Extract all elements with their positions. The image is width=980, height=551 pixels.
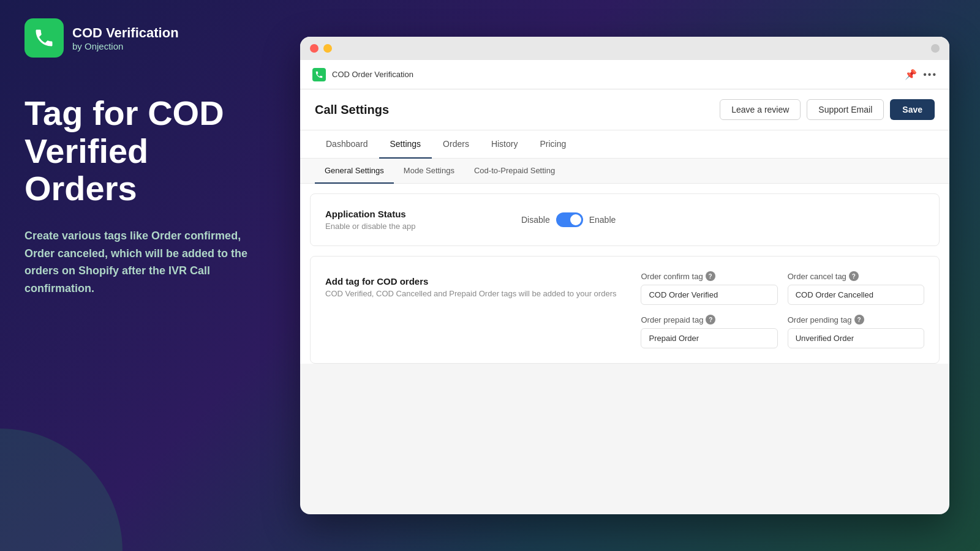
- order-confirm-help-icon[interactable]: ?: [706, 271, 715, 281]
- sub-tab-general-settings[interactable]: General Settings: [315, 159, 394, 184]
- order-confirm-tag-field: Order confirm tag ?: [641, 271, 777, 305]
- order-cancel-label-text: Order cancel tag: [788, 272, 846, 281]
- tag-grid: Order confirm tag ? Order cancel tag ?: [641, 271, 924, 348]
- header-bar: Call Settings Leave a review Support Ema…: [300, 89, 949, 130]
- leave-review-button[interactable]: Leave a review: [720, 99, 801, 120]
- order-prepaid-label: Order prepaid tag ?: [641, 315, 777, 324]
- phone-icon: [33, 27, 55, 49]
- order-prepaid-tag-field: Order prepaid tag ?: [641, 315, 777, 348]
- save-button[interactable]: Save: [890, 99, 935, 120]
- order-confirm-input[interactable]: [641, 285, 777, 305]
- window-chrome: [300, 37, 949, 60]
- tab-dashboard[interactable]: Dashboard: [315, 130, 379, 159]
- tab-pricing[interactable]: Pricing: [529, 130, 577, 159]
- order-pending-tag-field: Order pending tag ?: [788, 315, 924, 348]
- hero-title: Tag for COD Verified Orders: [24, 94, 270, 208]
- tag-section-title: Add tag for COD orders: [325, 276, 616, 287]
- toggle-thumb: [570, 214, 581, 225]
- sub-tab-mode-settings[interactable]: Mode Settings: [394, 159, 464, 184]
- toggle-track: [556, 212, 583, 227]
- tab-label: COD Order Verification: [332, 70, 902, 79]
- tab-phone-icon: [315, 70, 323, 79]
- disable-label: Disable: [521, 215, 550, 225]
- maximize-dot[interactable]: [931, 44, 940, 53]
- order-confirm-label-text: Order confirm tag: [641, 272, 703, 281]
- app-status-toggle[interactable]: [556, 212, 583, 227]
- sub-tab-cod-prepaid[interactable]: Cod-to-Prepaid Setting: [464, 159, 565, 184]
- header-buttons: Leave a review Support Email Save: [720, 99, 935, 120]
- status-title: Application Status: [325, 209, 497, 219]
- order-cancel-label: Order cancel tag ?: [788, 271, 924, 281]
- tag-section-left: Add tag for COD orders COD Verified, COD…: [325, 271, 616, 298]
- pin-icon[interactable]: 📌: [905, 69, 917, 80]
- order-pending-label: Order pending tag ?: [788, 315, 924, 324]
- app-title-block: COD Verification by Onjection: [72, 25, 179, 51]
- status-row: Application Status Enable or disable the…: [325, 209, 924, 231]
- order-prepaid-label-text: Order prepaid tag: [641, 315, 703, 324]
- app-subtitle: by Onjection: [72, 41, 179, 51]
- app-window: COD Order Verification 📌 ••• Call Settin…: [300, 37, 949, 514]
- order-pending-label-text: Order pending tag: [788, 315, 852, 324]
- order-cancel-input[interactable]: [788, 285, 924, 305]
- app-content: Call Settings Leave a review Support Ema…: [300, 89, 949, 364]
- browser-tab-bar: COD Order Verification 📌 •••: [300, 60, 949, 89]
- tab-orders[interactable]: Orders: [432, 130, 480, 159]
- support-email-button[interactable]: Support Email: [807, 99, 884, 120]
- tab-settings[interactable]: Settings: [379, 130, 432, 159]
- app-header: COD Verification by Onjection: [24, 18, 270, 58]
- app-title: COD Verification: [72, 25, 179, 41]
- tab-history[interactable]: History: [480, 130, 529, 159]
- status-desc: Enable or disable the app: [325, 222, 497, 231]
- sub-tabs: General Settings Mode Settings Cod-to-Pr…: [300, 159, 949, 184]
- order-cancel-tag-field: Order cancel tag ?: [788, 271, 924, 305]
- curve-decoration: [0, 429, 123, 551]
- tab-actions: 📌 •••: [905, 69, 937, 80]
- order-confirm-label: Order confirm tag ?: [641, 271, 777, 281]
- left-panel: COD Verification by Onjection Tag for CO…: [0, 0, 294, 551]
- order-cancel-help-icon[interactable]: ?: [849, 271, 859, 281]
- tab-favicon: [312, 68, 326, 81]
- order-pending-help-icon[interactable]: ?: [854, 315, 864, 324]
- hero-description: Create various tags like Order confirmed…: [24, 227, 270, 298]
- tag-section-inner: Add tag for COD orders COD Verified, COD…: [325, 271, 924, 348]
- page-title: Call Settings: [315, 103, 389, 117]
- close-dot[interactable]: [310, 44, 318, 53]
- order-pending-input[interactable]: [788, 328, 924, 348]
- application-status-section: Application Status Enable or disable the…: [310, 193, 940, 246]
- status-right: Disable Enable: [521, 212, 616, 227]
- order-prepaid-help-icon[interactable]: ?: [706, 315, 715, 324]
- toggle-container: Disable Enable: [521, 212, 616, 227]
- minimize-dot[interactable]: [323, 44, 332, 53]
- status-left: Application Status Enable or disable the…: [325, 209, 497, 231]
- app-icon: [24, 18, 64, 58]
- enable-label: Enable: [589, 215, 616, 225]
- more-options-icon[interactable]: •••: [923, 69, 937, 80]
- tag-section-desc: COD Verified, COD Cancelled and Prepaid …: [325, 289, 616, 298]
- window-dots: [310, 44, 332, 53]
- nav-tabs: Dashboard Settings Orders History Pricin…: [300, 130, 949, 159]
- order-prepaid-input[interactable]: [641, 328, 777, 348]
- tag-section: Add tag for COD orders COD Verified, COD…: [310, 256, 940, 364]
